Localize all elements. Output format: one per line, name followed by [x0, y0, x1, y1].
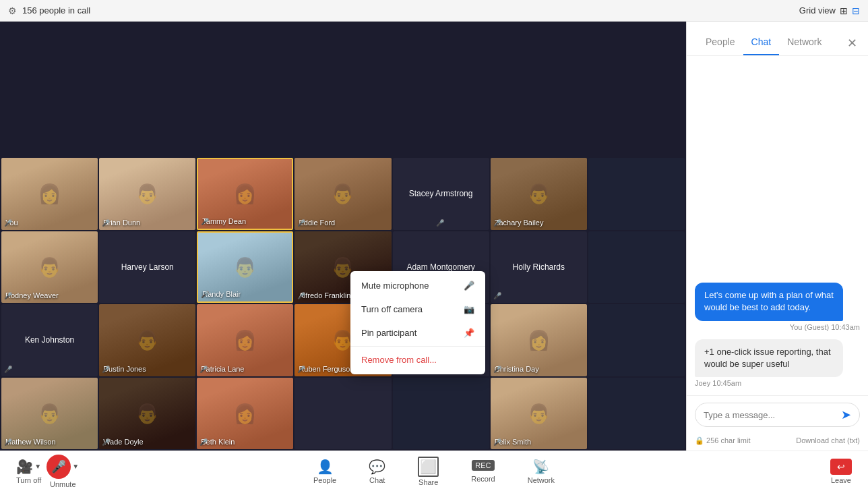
chat-button[interactable]: 💬 Chat — [363, 456, 391, 487]
video-cell-empty-2 — [588, 231, 685, 304]
video-cell-you[interactable]: 👩 You 🎤 — [1, 158, 98, 230]
lock-icon: 🔒 — [695, 436, 704, 444]
chat-meta-sent: You (Guest) 10:43am — [695, 323, 860, 331]
chat-meta-received: Joey 10:45am — [695, 379, 860, 387]
chat-bubble-sent: Let's come up with a plan of what would … — [695, 283, 843, 320]
record-icon: REC — [472, 460, 494, 471]
panel-close-button[interactable]: ✕ — [847, 36, 857, 51]
chat-bubble-received: +1 one-click issue reporting, that would… — [695, 339, 843, 377]
share-label: Share — [418, 478, 438, 486]
chat-icon: 💬 — [369, 459, 385, 475]
video-cell-ken[interactable]: Ken Johnston 🎤 — [1, 304, 98, 376]
mic-icon-alfredo: 🎤 — [297, 292, 305, 299]
participant-name-harvey: Harvey Larson — [121, 262, 174, 272]
people-button[interactable]: 👤 People — [308, 456, 342, 487]
tab-chat[interactable]: Chat — [743, 31, 780, 55]
context-menu-camera[interactable]: Turn off camera 📷 — [350, 297, 485, 321]
toolbar-left: 🎥 ▼ Turn off 🎤 ▼ Unmute — [16, 455, 79, 488]
video-cell-wade[interactable]: 👨 Wade Doyle 🎤 — [99, 378, 195, 450]
chat-message-input[interactable] — [704, 410, 836, 420]
mic-icon-brian: 🎤 — [102, 219, 110, 227]
chat-message-sent: Let's come up with a plan of what would … — [695, 283, 860, 330]
chat-message-received: +1 one-click issue reporting, that would… — [695, 339, 860, 387]
toolbar-center: 👤 People 💬 Chat ⬜ Share REC Record 📡 Net… — [308, 454, 560, 489]
video-cell-tammy[interactable]: 👩 Tammy Dean 🎤 — [197, 158, 293, 230]
mic-dropdown-button[interactable]: ▼ — [72, 463, 79, 470]
chat-message-received-text: +1 one-click issue reporting, that would… — [704, 347, 831, 369]
close-icon: ✕ — [847, 36, 857, 50]
video-cell-beth[interactable]: 👩 Beth Klein 🎤 — [197, 378, 293, 450]
video-cell-felix[interactable]: 👨 Felix Smith 🎤 — [491, 378, 587, 450]
mic-icon-felix: 🎤 — [493, 438, 501, 446]
mic-toggle-button[interactable]: 🎤 — [46, 455, 71, 479]
video-cell-holly[interactable]: Holly Richards 🎤 — [491, 231, 587, 304]
participant-name-adam: Adam Montgomery — [406, 262, 474, 272]
panel-body: Let's come up with a plan of what would … — [687, 56, 868, 451]
download-chat-link[interactable]: Download chat (txt) — [796, 436, 860, 445]
network-button[interactable]: 📡 Network — [522, 456, 560, 487]
mic-icon-zachary: 🎤 — [493, 219, 501, 227]
leave-button[interactable]: ↩ Leave — [830, 459, 852, 484]
grid-small-icon: ⊞ — [840, 5, 848, 16]
chat-area: Let's come up with a plan of what would … — [687, 56, 868, 395]
char-limit-label: 🔒 256 char limit — [695, 436, 750, 445]
chat-message-sent-text: Let's come up with a plan of what would … — [704, 290, 834, 312]
pin-icon: 📌 — [464, 328, 474, 338]
video-cell-patricia[interactable]: 👩 Patricia Lane 🎤 — [197, 304, 293, 376]
mic-control: 🎤 ▼ Unmute — [46, 455, 79, 488]
chat-send-button[interactable]: ➤ — [841, 407, 851, 422]
toolbar-right: ↩ Leave — [830, 459, 852, 484]
leave-label: Leave — [831, 476, 851, 484]
video-cell-empty-5 — [393, 378, 489, 450]
video-cell-eddie[interactable]: 👨 Eddie Ford 🎤 — [294, 158, 391, 230]
mic-icon-eddie: 🎤 — [297, 219, 305, 227]
mic-icon-stacey: 🎤 — [396, 219, 485, 227]
mic-icon-patricia: 🎤 — [199, 366, 208, 373]
grid-view-label: Grid view — [799, 5, 836, 16]
tab-people[interactable]: People — [698, 31, 743, 55]
video-cell-empty-1 — [588, 158, 685, 230]
participant-name-rodney: Rodney Weaver — [5, 291, 59, 299]
mic-icon-tammy: 🎤 — [201, 218, 209, 225]
tab-network[interactable]: Network — [779, 31, 830, 55]
record-label: Record — [471, 475, 495, 483]
video-cell-mathew[interactable]: 👨 Mathew Wilson 🎤 — [1, 378, 98, 450]
camera-toggle-button[interactable]: 🎥 — [16, 459, 33, 475]
mic-label: Unmute — [50, 480, 76, 488]
mic-icon-mathew: 🎤 — [4, 438, 12, 446]
camera-label: Turn off — [16, 476, 41, 484]
panel-header: People Chat Network ✕ — [687, 22, 868, 56]
video-cell-harvey[interactable]: Harvey Larson — [99, 231, 195, 304]
video-cell-brian[interactable]: 👨 Brian Dunn 🎤 — [99, 158, 195, 230]
grid-view-button[interactable]: Grid view ⊞ ⊟ — [799, 5, 860, 16]
mic-icon-you: 🎤 — [4, 219, 12, 227]
context-menu-pin[interactable]: Pin participant 📌 — [350, 321, 485, 345]
right-panel: People Chat Network ✕ Let's come up with… — [686, 22, 868, 451]
video-cell-randy[interactable]: 👨 Randy Blair 🎤 — [197, 231, 293, 304]
record-button[interactable]: REC Record — [466, 457, 500, 486]
network-icon: 📡 — [532, 459, 549, 475]
video-cell-rodney[interactable]: 👨 Rodney Weaver 🎤 — [1, 231, 98, 304]
camera-dropdown-button[interactable]: ▼ — [34, 463, 41, 470]
mic-icon-randy: 🎤 — [201, 291, 209, 298]
video-grid: 👩 You 🎤 👨 Brian Dunn 🎤 👩 — [0, 156, 686, 451]
video-cell-dustin[interactable]: 👨 Dustin Jones 🎤 — [99, 304, 195, 376]
leave-icon: ↩ — [830, 459, 852, 475]
gear-icon: ⚙ — [8, 5, 17, 16]
video-cell-empty-4 — [294, 378, 391, 450]
video-cell-stacey[interactable]: Stacey Armstrong 🎤 — [393, 158, 489, 230]
mic-icon-ruben: 🎤 — [297, 366, 305, 373]
context-menu-remove[interactable]: Remove from call... — [350, 348, 485, 372]
video-cell-christina[interactable]: 👩 Christina Day 🎤 — [491, 304, 587, 376]
title-bar-left: ⚙ 156 people in call — [8, 5, 90, 16]
camera-control: 🎥 ▼ Turn off — [16, 459, 41, 484]
video-cell-zachary[interactable]: 👨 Zachary Bailey 🎤 — [491, 158, 587, 230]
context-menu-divider — [350, 346, 485, 347]
video-cell-empty-6 — [588, 378, 685, 450]
context-menu-mute[interactable]: Mute microphone 🎤 — [350, 274, 485, 297]
participant-name-alfredo: Alfredo Franklin — [299, 291, 350, 299]
share-button[interactable]: ⬜ Share — [412, 454, 444, 489]
participant-name-mathew: Mathew Wilson — [5, 438, 56, 446]
main-content: 👩 You 🎤 👨 Brian Dunn 🎤 👩 — [0, 22, 868, 451]
mic-icon-holly: 🎤 — [493, 292, 501, 299]
